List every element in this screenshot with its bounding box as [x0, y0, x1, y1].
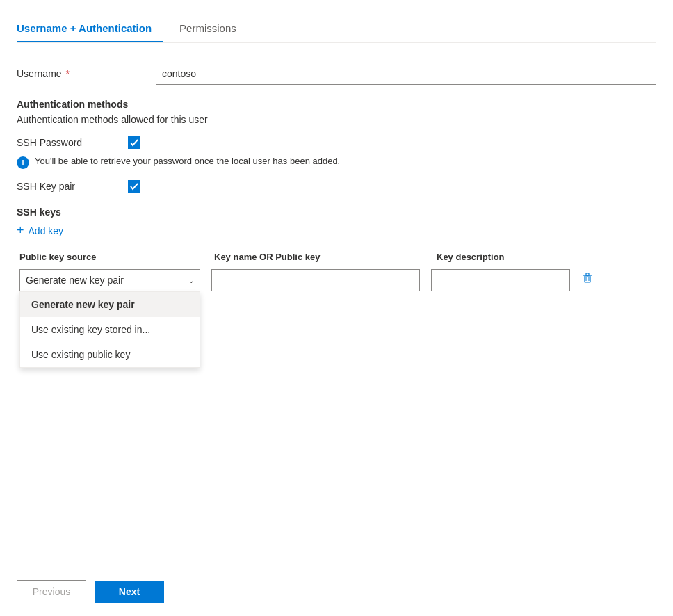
bottom-divider	[0, 560, 673, 560]
keys-table-header: Public key source Key name OR Public key…	[17, 252, 656, 262]
ssh-password-checkbox[interactable]	[128, 136, 140, 149]
dropdown-menu: Generate new key pair Use existing key s…	[19, 291, 200, 368]
dropdown-item-generate[interactable]: Generate new key pair	[20, 292, 200, 317]
ssh-password-label: SSH Password	[17, 137, 128, 148]
key-desc-input[interactable]	[431, 269, 570, 291]
check-icon-keypair	[130, 182, 138, 191]
username-input[interactable]	[156, 63, 656, 85]
ssh-password-row: SSH Password	[17, 136, 656, 149]
info-row: i You'll be able to retrieve your passwo…	[17, 156, 656, 169]
next-button[interactable]: Next	[95, 581, 164, 603]
key-table-row: Generate new key pair ⌄ Generate new key…	[17, 269, 656, 291]
add-key-button[interactable]: + Add key	[17, 223, 656, 238]
chevron-down-icon: ⌄	[188, 277, 194, 284]
auth-methods-desc: Authentication methods allowed for this …	[17, 114, 656, 125]
main-container: Username + Authentication Permissions Us…	[0, 0, 673, 305]
add-key-label: Add key	[29, 225, 64, 236]
ssh-keypair-label: SSH Key pair	[17, 181, 128, 192]
col-keyname-header: Key name OR Public key	[214, 252, 437, 262]
ssh-keys-title: SSH keys	[17, 206, 656, 218]
dropdown-selected-value: Generate new key pair	[26, 275, 124, 286]
col-source-header: Public key source	[19, 252, 214, 262]
key-name-input[interactable]	[211, 269, 420, 291]
username-required-indicator: *	[65, 68, 69, 79]
tab-username-auth[interactable]: Username + Authentication	[17, 14, 163, 42]
dropdown-item-existing-public[interactable]: Use existing public key	[20, 342, 200, 367]
previous-button[interactable]: Previous	[17, 580, 86, 603]
svg-rect-2	[586, 273, 589, 275]
svg-rect-0	[585, 276, 590, 282]
username-row: Username *	[17, 63, 656, 85]
check-icon	[130, 138, 138, 147]
dropdown-item-existing-stored[interactable]: Use existing key stored in...	[20, 317, 200, 342]
ssh-keypair-checkbox[interactable]	[128, 180, 140, 193]
public-key-source-dropdown-wrapper: Generate new key pair ⌄ Generate new key…	[19, 269, 200, 291]
footer: Previous Next	[0, 567, 673, 616]
public-key-source-dropdown[interactable]: Generate new key pair ⌄	[19, 269, 200, 291]
info-icon: i	[17, 156, 29, 169]
info-text: You'll be able to retrieve your password…	[35, 156, 340, 166]
username-label: Username *	[17, 68, 156, 79]
col-desc-header: Key description	[437, 252, 656, 262]
auth-methods-title: Authentication methods	[17, 99, 656, 110]
plus-icon: +	[17, 223, 24, 238]
tab-bar: Username + Authentication Permissions	[17, 14, 656, 43]
trash-icon	[581, 272, 594, 284]
tab-permissions[interactable]: Permissions	[179, 14, 248, 42]
ssh-keypair-row: SSH Key pair	[17, 180, 656, 193]
delete-key-button[interactable]	[578, 269, 597, 287]
